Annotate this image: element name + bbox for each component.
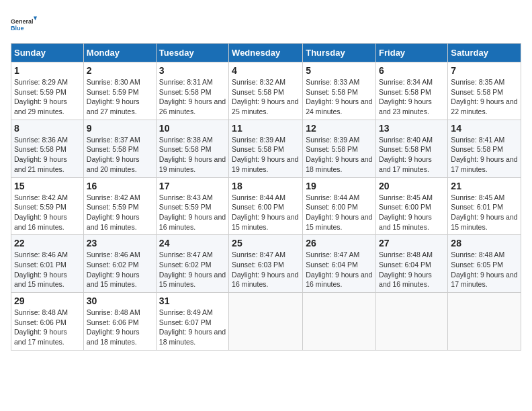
day-cell-28: 28 Sunrise: 8:48 AMSunset: 6:05 PMDaylig…: [448, 235, 521, 293]
day-number: 19: [306, 181, 373, 191]
day-info: Sunrise: 8:45 AMSunset: 6:00 PMDaylight:…: [379, 193, 445, 232]
day-info: Sunrise: 8:33 AMSunset: 5:58 PMDaylight:…: [306, 77, 373, 117]
weekday-header-monday: Monday: [83, 44, 156, 62]
day-cell-15: 15 Sunrise: 8:42 AMSunset: 5:59 PMDaylig…: [11, 177, 84, 235]
calendar-week-3: 22 Sunrise: 8:46 AMSunset: 6:01 PMDaylig…: [11, 235, 521, 293]
day-cell-22: 22 Sunrise: 8:46 AMSunset: 6:01 PMDaylig…: [11, 235, 84, 293]
day-info: Sunrise: 8:43 AMSunset: 5:59 PMDaylight:…: [159, 193, 226, 232]
day-cell-1: 1 Sunrise: 8:29 AMSunset: 5:59 PMDayligh…: [11, 62, 84, 120]
day-cell-20: 20 Sunrise: 8:45 AMSunset: 6:00 PMDaylig…: [376, 177, 448, 235]
day-cell-21: 21 Sunrise: 8:45 AMSunset: 6:01 PMDaylig…: [448, 177, 521, 235]
day-info: Sunrise: 8:46 AMSunset: 6:02 PMDaylight:…: [87, 250, 153, 289]
day-number: 13: [379, 123, 445, 134]
day-info: Sunrise: 8:47 AMSunset: 6:03 PMDaylight:…: [232, 250, 300, 289]
day-info: Sunrise: 8:39 AMSunset: 5:58 PMDaylight:…: [306, 135, 373, 175]
logo: General Blue: [11, 11, 38, 38]
day-number: 22: [14, 238, 81, 248]
day-info: Sunrise: 8:44 AMSunset: 6:00 PMDaylight:…: [306, 193, 373, 232]
day-number: 31: [159, 295, 226, 306]
day-cell-6: 6 Sunrise: 8:34 AMSunset: 5:58 PMDayligh…: [376, 62, 448, 120]
day-cell-19: 19 Sunrise: 8:44 AMSunset: 6:00 PMDaylig…: [303, 177, 376, 235]
day-cell-27: 27 Sunrise: 8:48 AMSunset: 6:04 PMDaylig…: [376, 235, 448, 293]
day-info: Sunrise: 8:47 AMSunset: 6:04 PMDaylight:…: [306, 250, 373, 289]
day-cell-10: 10 Sunrise: 8:38 AMSunset: 5:58 PMDaylig…: [156, 120, 228, 177]
day-cell-5: 5 Sunrise: 8:33 AMSunset: 5:58 PMDayligh…: [303, 62, 376, 120]
day-info: Sunrise: 8:42 AMSunset: 5:59 PMDaylight:…: [14, 193, 81, 232]
day-cell-23: 23 Sunrise: 8:46 AMSunset: 6:02 PMDaylig…: [83, 235, 156, 293]
empty-day-cell: [376, 293, 448, 351]
day-number: 28: [451, 238, 518, 248]
svg-marker-2: [34, 17, 37, 21]
day-number: 3: [159, 65, 226, 76]
day-cell-13: 13 Sunrise: 8:40 AMSunset: 5:58 PMDaylig…: [376, 120, 448, 177]
day-cell-31: 31 Sunrise: 8:49 AMSunset: 6:07 PMDaylig…: [156, 293, 228, 351]
day-info: Sunrise: 8:49 AMSunset: 6:07 PMDaylight:…: [159, 308, 226, 347]
weekday-header-sunday: Sunday: [11, 44, 84, 62]
day-cell-7: 7 Sunrise: 8:35 AMSunset: 5:58 PMDayligh…: [448, 62, 521, 120]
day-number: 17: [159, 181, 226, 191]
day-info: Sunrise: 8:35 AMSunset: 5:58 PMDaylight:…: [451, 77, 518, 117]
day-cell-8: 8 Sunrise: 8:36 AMSunset: 5:58 PMDayligh…: [11, 120, 84, 177]
day-info: Sunrise: 8:39 AMSunset: 5:58 PMDaylight:…: [232, 135, 300, 175]
day-number: 30: [87, 295, 153, 306]
weekday-header-saturday: Saturday: [448, 44, 521, 62]
day-cell-24: 24 Sunrise: 8:47 AMSunset: 6:02 PMDaylig…: [156, 235, 228, 293]
day-info: Sunrise: 8:47 AMSunset: 6:02 PMDaylight:…: [159, 250, 226, 289]
weekday-header-wednesday: Wednesday: [229, 44, 303, 62]
day-number: 25: [232, 238, 300, 248]
svg-text:General: General: [11, 18, 34, 25]
day-number: 11: [232, 123, 300, 134]
day-info: Sunrise: 8:34 AMSunset: 5:58 PMDaylight:…: [379, 77, 445, 117]
day-number: 14: [451, 123, 518, 134]
day-info: Sunrise: 8:30 AMSunset: 5:59 PMDaylight:…: [87, 77, 153, 117]
day-cell-12: 12 Sunrise: 8:39 AMSunset: 5:58 PMDaylig…: [303, 120, 376, 177]
day-info: Sunrise: 8:36 AMSunset: 5:58 PMDaylight:…: [14, 135, 81, 175]
empty-day-cell: [448, 293, 521, 351]
day-number: 9: [87, 123, 153, 134]
day-info: Sunrise: 8:45 AMSunset: 6:01 PMDaylight:…: [451, 193, 518, 232]
day-cell-16: 16 Sunrise: 8:42 AMSunset: 5:59 PMDaylig…: [83, 177, 156, 235]
day-cell-17: 17 Sunrise: 8:43 AMSunset: 5:59 PMDaylig…: [156, 177, 228, 235]
calendar-week-2: 15 Sunrise: 8:42 AMSunset: 5:59 PMDaylig…: [11, 177, 521, 235]
day-number: 6: [379, 65, 445, 76]
day-info: Sunrise: 8:38 AMSunset: 5:58 PMDaylight:…: [159, 135, 226, 175]
day-number: 7: [451, 65, 518, 76]
day-info: Sunrise: 8:32 AMSunset: 5:58 PMDaylight:…: [232, 77, 300, 117]
calendar-week-0: 1 Sunrise: 8:29 AMSunset: 5:59 PMDayligh…: [11, 62, 521, 120]
calendar-table: SundayMondayTuesdayWednesdayThursdayFrid…: [11, 43, 521, 351]
empty-day-cell: [303, 293, 376, 351]
day-number: 10: [159, 123, 226, 134]
weekday-header-friday: Friday: [376, 44, 448, 62]
day-number: 21: [451, 181, 518, 191]
day-cell-18: 18 Sunrise: 8:44 AMSunset: 6:00 PMDaylig…: [229, 177, 303, 235]
day-info: Sunrise: 8:37 AMSunset: 5:58 PMDaylight:…: [87, 135, 153, 175]
day-info: Sunrise: 8:48 AMSunset: 6:05 PMDaylight:…: [451, 250, 518, 289]
weekday-header-tuesday: Tuesday: [156, 44, 228, 62]
day-number: 15: [14, 181, 81, 191]
day-number: 24: [159, 238, 226, 248]
day-info: Sunrise: 8:29 AMSunset: 5:59 PMDaylight:…: [14, 77, 81, 117]
day-cell-30: 30 Sunrise: 8:48 AMSunset: 6:06 PMDaylig…: [83, 293, 156, 351]
day-cell-3: 3 Sunrise: 8:31 AMSunset: 5:58 PMDayligh…: [156, 62, 228, 120]
page-header: General Blue: [11, 11, 521, 38]
day-number: 20: [379, 181, 445, 191]
day-number: 26: [306, 238, 373, 248]
day-number: 4: [232, 65, 300, 76]
day-info: Sunrise: 8:48 AMSunset: 6:06 PMDaylight:…: [87, 308, 153, 347]
day-cell-14: 14 Sunrise: 8:41 AMSunset: 5:58 PMDaylig…: [448, 120, 521, 177]
day-info: Sunrise: 8:46 AMSunset: 6:01 PMDaylight:…: [14, 250, 81, 289]
day-number: 1: [14, 65, 81, 76]
calendar-week-1: 8 Sunrise: 8:36 AMSunset: 5:58 PMDayligh…: [11, 120, 521, 177]
day-number: 8: [14, 123, 81, 134]
calendar-week-4: 29 Sunrise: 8:48 AMSunset: 6:06 PMDaylig…: [11, 293, 521, 351]
weekday-header-thursday: Thursday: [303, 44, 376, 62]
day-info: Sunrise: 8:48 AMSunset: 6:04 PMDaylight:…: [379, 250, 445, 289]
day-number: 12: [306, 123, 373, 134]
day-cell-11: 11 Sunrise: 8:39 AMSunset: 5:58 PMDaylig…: [229, 120, 303, 177]
day-info: Sunrise: 8:31 AMSunset: 5:58 PMDaylight:…: [159, 77, 226, 117]
day-number: 18: [232, 181, 300, 191]
day-cell-2: 2 Sunrise: 8:30 AMSunset: 5:59 PMDayligh…: [83, 62, 156, 120]
day-number: 29: [14, 295, 81, 306]
empty-day-cell: [229, 293, 303, 351]
day-cell-25: 25 Sunrise: 8:47 AMSunset: 6:03 PMDaylig…: [229, 235, 303, 293]
